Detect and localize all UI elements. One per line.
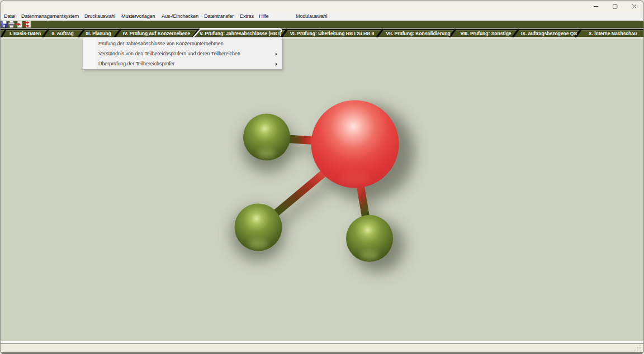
svg-text:IV. Prüfung auf Konzernebene: IV. Prüfung auf Konzernebene xyxy=(123,31,191,36)
svg-text:VI. Prüfung: Überleitung HB I: VI. Prüfung: Überleitung HB I zu HB II xyxy=(290,31,375,36)
svg-text:III. Planung: III. Planung xyxy=(86,31,111,36)
svg-text:X. interne Nachschau: X. interne Nachschau xyxy=(589,31,637,36)
svg-text:II. Auftrag: II. Auftrag xyxy=(51,31,73,36)
svg-text:V. Prüfung: Jahresabschlüsse (: V. Prüfung: Jahresabschlüsse (HB I) xyxy=(200,31,281,36)
svg-text:IX. auftragsbezogene QS: IX. auftragsbezogene QS xyxy=(521,31,577,36)
svg-text:VIII. Prüfung: Sonstige: VIII. Prüfung: Sonstige xyxy=(460,31,511,36)
svg-text:VII. Prüfung: Konsolidierung: VII. Prüfung: Konsolidierung xyxy=(386,31,450,36)
svg-text:I. Basis-Daten: I. Basis-Daten xyxy=(10,31,41,36)
